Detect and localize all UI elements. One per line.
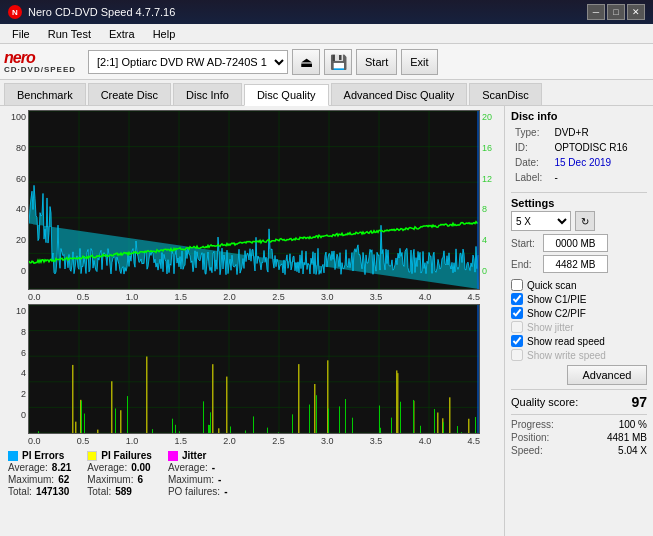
exit-button[interactable]: Exit xyxy=(401,49,437,75)
save-icon-button[interactable]: 💾 xyxy=(324,49,352,75)
tab-scan-disc[interactable]: ScanDisc xyxy=(469,83,541,105)
nero-logo: nero CD·DVD/SPEED xyxy=(4,50,76,74)
position-label: Position: xyxy=(511,432,549,443)
quality-score-row: Quality score: 97 xyxy=(511,394,647,410)
minimize-button[interactable]: ─ xyxy=(587,4,605,20)
start-label: Start: xyxy=(511,238,539,249)
disc-info-label: Label: - xyxy=(513,171,645,184)
disc-info-title: Disc info xyxy=(511,110,647,122)
jitter-max-value: - xyxy=(218,474,221,485)
pi-failures-avg-label: Average: xyxy=(87,462,127,473)
progress-label: Progress: xyxy=(511,419,554,430)
end-label: End: xyxy=(511,259,539,270)
show-c1-pie-label: Show C1/PIE xyxy=(527,294,586,305)
top-x-axis: 0.0 0.5 1.0 1.5 2.0 2.5 3.0 3.5 4.0 4.5 xyxy=(4,292,480,302)
show-c1-pie-checkbox[interactable] xyxy=(511,293,523,305)
checkbox-jitter: Show jitter xyxy=(511,321,647,333)
jitter-avg-label: Average: xyxy=(168,462,208,473)
position-value: 4481 MB xyxy=(607,432,647,443)
checkbox-c2-pif: Show C2/PIF xyxy=(511,307,647,319)
drive-select[interactable]: [2:1] Optiarc DVD RW AD-7240S 1.04 xyxy=(88,50,288,74)
show-c2-pif-label: Show C2/PIF xyxy=(527,308,586,319)
menu-help[interactable]: Help xyxy=(145,26,184,42)
top-y-axis-left: 100 80 60 40 20 0 xyxy=(4,110,28,290)
pi-failures-avg-value: 0.00 xyxy=(131,462,150,473)
date-label: Date: xyxy=(513,156,550,169)
disc-info-table: Type: DVD+R ID: OPTODISC R16 Date: 15 De… xyxy=(511,124,647,186)
menu-run-test[interactable]: Run Test xyxy=(40,26,99,42)
pi-failures-max-value: 6 xyxy=(137,474,143,485)
quality-score-value: 97 xyxy=(631,394,647,410)
disc-info-type: Type: DVD+R xyxy=(513,126,645,139)
jitter-max-label: Maximum: xyxy=(168,474,214,485)
bottom-x-axis: 0.0 0.5 1.0 1.5 2.0 2.5 3.0 3.5 4.0 4.5 xyxy=(4,436,480,446)
pi-failures-total-label: Total: xyxy=(87,486,111,497)
tab-disc-info[interactable]: Disc Info xyxy=(173,83,242,105)
pi-errors-max-value: 62 xyxy=(58,474,69,485)
pi-failures-label: PI Failures xyxy=(101,450,152,461)
speed-select[interactable]: 5 X xyxy=(511,211,571,231)
top-y-axis-right: 20 16 12 8 4 0 xyxy=(480,110,500,290)
menu-file[interactable]: File xyxy=(4,26,38,42)
toolbar: nero CD·DVD/SPEED [2:1] Optiarc DVD RW A… xyxy=(0,44,653,80)
tab-benchmark[interactable]: Benchmark xyxy=(4,83,86,105)
speed-row: Speed: 5.04 X xyxy=(511,445,647,456)
quick-scan-checkbox[interactable] xyxy=(511,279,523,291)
show-c2-pif-checkbox[interactable] xyxy=(511,307,523,319)
pi-failures-dot xyxy=(87,451,97,461)
top-chart xyxy=(28,110,480,290)
bottom-chart xyxy=(28,304,480,434)
end-row: End: xyxy=(511,255,647,273)
label-label: Label: xyxy=(513,171,550,184)
speed-row: 5 X ↻ xyxy=(511,211,647,231)
window-controls[interactable]: ─ □ ✕ xyxy=(587,4,645,20)
show-read-speed-label: Show read speed xyxy=(527,336,605,347)
start-button[interactable]: Start xyxy=(356,49,397,75)
jitter-dot xyxy=(168,451,178,461)
refresh-button[interactable]: ↻ xyxy=(575,211,595,231)
close-button[interactable]: ✕ xyxy=(627,4,645,20)
pi-errors-avg-value: 8.21 xyxy=(52,462,71,473)
divider-2 xyxy=(511,389,647,390)
pi-errors-dot xyxy=(8,451,18,461)
tab-create-disc[interactable]: Create Disc xyxy=(88,83,171,105)
checkbox-read-speed: Show read speed xyxy=(511,335,647,347)
start-row: Start: xyxy=(511,234,647,252)
cd-dvd-brand: CD·DVD/SPEED xyxy=(4,66,76,74)
end-field[interactable] xyxy=(543,255,608,273)
tab-disc-quality[interactable]: Disc Quality xyxy=(244,84,329,106)
disc-info-date: Date: 15 Dec 2019 xyxy=(513,156,645,169)
top-chart-wrapper: 100 80 60 40 20 0 20 16 12 8 4 0 xyxy=(4,110,500,290)
maximize-button[interactable]: □ xyxy=(607,4,625,20)
label-value: - xyxy=(552,171,645,184)
id-value: OPTODISC R16 xyxy=(552,141,645,154)
checkbox-quick-scan: Quick scan xyxy=(511,279,647,291)
title-bar: N Nero CD-DVD Speed 4.7.7.16 ─ □ ✕ xyxy=(0,0,653,24)
advanced-button[interactable]: Advanced xyxy=(567,365,647,385)
show-jitter-label: Show jitter xyxy=(527,322,574,333)
show-jitter-checkbox[interactable] xyxy=(511,321,523,333)
show-write-speed-checkbox[interactable] xyxy=(511,349,523,361)
disk-icon-button[interactable]: ⏏ xyxy=(292,49,320,75)
po-failures-value: - xyxy=(224,486,227,497)
settings-title: Settings xyxy=(511,197,647,209)
app-icon: N xyxy=(8,5,22,19)
progress-section: Progress: 100 % Position: 4481 MB Speed:… xyxy=(511,419,647,456)
position-row: Position: 4481 MB xyxy=(511,432,647,443)
nero-brand: nero xyxy=(4,50,35,66)
pi-errors-total-label: Total: xyxy=(8,486,32,497)
divider-1 xyxy=(511,192,647,193)
legend-pi-failures: PI Failures Average: 0.00 Maximum: 6 Tot… xyxy=(87,450,152,497)
bottom-y-axis: 10 8 6 4 2 0 xyxy=(4,304,28,434)
show-read-speed-checkbox[interactable] xyxy=(511,335,523,347)
type-label: Type: xyxy=(513,126,550,139)
menu-bar: File Run Test Extra Help xyxy=(0,24,653,44)
main-content: 100 80 60 40 20 0 20 16 12 8 4 0 0.0 0.5 xyxy=(0,106,653,536)
menu-extra[interactable]: Extra xyxy=(101,26,143,42)
tab-advanced-disc-quality[interactable]: Advanced Disc Quality xyxy=(331,83,468,105)
pi-failures-total-value: 589 xyxy=(115,486,132,497)
tab-bar: Benchmark Create Disc Disc Info Disc Qua… xyxy=(0,80,653,106)
id-label: ID: xyxy=(513,141,550,154)
quick-scan-label: Quick scan xyxy=(527,280,576,291)
start-field[interactable] xyxy=(543,234,608,252)
